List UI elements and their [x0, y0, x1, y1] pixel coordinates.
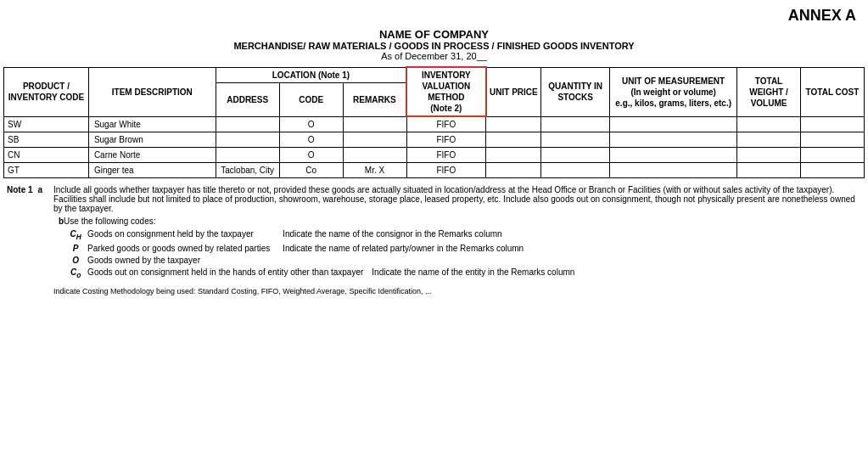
table-row: SBSugar BrownOFIFO — [4, 132, 865, 148]
note1b-spacer — [7, 217, 53, 226]
bottom-note: Indicate Costing Methodology being used:… — [53, 287, 861, 295]
company-name: NAME OF COMPANY — [3, 28, 865, 41]
col-header-remarks: REMARKS — [343, 82, 406, 116]
note1b-row: b Use the following codes: CHGoods on co… — [7, 217, 861, 282]
inventory-table: PRODUCT / INVENTORY CODE ITEM DESCRIPTIO… — [3, 66, 865, 178]
table-row: CNCarne NorteOFIFO — [4, 148, 865, 163]
notes-section: Note 1 a Include all goods whether taxpa… — [3, 185, 865, 295]
bottom-note-row: Indicate Costing Methodology being used:… — [7, 287, 861, 295]
col-header-item-desc: ITEM DESCRIPTION — [88, 67, 216, 116]
col-header-total-cost: TOTAL COST — [801, 67, 865, 116]
col-header-product: PRODUCT / INVENTORY CODE — [4, 67, 89, 116]
col-header-uom: UNIT OF MEASUREMENT (In weight or volume… — [610, 67, 737, 116]
col-header-unit-price: UNIT PRICE — [486, 67, 541, 116]
code-item: PParked goods or goods owned by related … — [64, 244, 861, 253]
note1a-row: Note 1 a Include all goods whether taxpa… — [7, 185, 861, 213]
subtitle: MERCHANDISE/ RAW MATERIALS / GOODS IN PR… — [3, 41, 865, 51]
col-header-total-weight: TOTAL WEIGHT / VOLUME — [737, 67, 801, 116]
col-header-inv-valuation: INVENTORY VALUATION METHOD (Note 2) — [406, 67, 486, 116]
col-header-code: CODE — [279, 82, 343, 116]
annex-title: ANNEX A — [3, 7, 865, 25]
company-header: NAME OF COMPANY MERCHANDISE/ RAW MATERIA… — [3, 28, 865, 61]
note1a-text: Include all goods whether taxpayer has t… — [53, 185, 861, 213]
code-item: CoGoods out on consignment held in the h… — [64, 267, 861, 279]
note1a-label: a — [38, 185, 43, 194]
note1b-intro: Use the following codes: — [64, 217, 861, 226]
table-row: SWSugar WhiteOFIFO — [4, 116, 865, 132]
note1-label: Note 1 — [7, 185, 33, 194]
code-item: OGoods owned by the taxpayer — [64, 256, 861, 265]
as-of-date: As of December 31, 20__ — [3, 51, 865, 61]
col-header-location: LOCATION (Note 1) — [216, 67, 406, 82]
code-item: CHGoods on consignment held by the taxpa… — [64, 229, 861, 241]
col-header-qty-stocks: QUANTITY IN STOCKS — [541, 67, 610, 116]
page: ANNEX A NAME OF COMPANY MERCHANDISE/ RAW… — [0, 0, 868, 306]
table-row: GTGinger teaTacloban, CityCoMr. XFIFO — [4, 163, 865, 178]
col-header-address: ADDRESS — [216, 82, 279, 116]
